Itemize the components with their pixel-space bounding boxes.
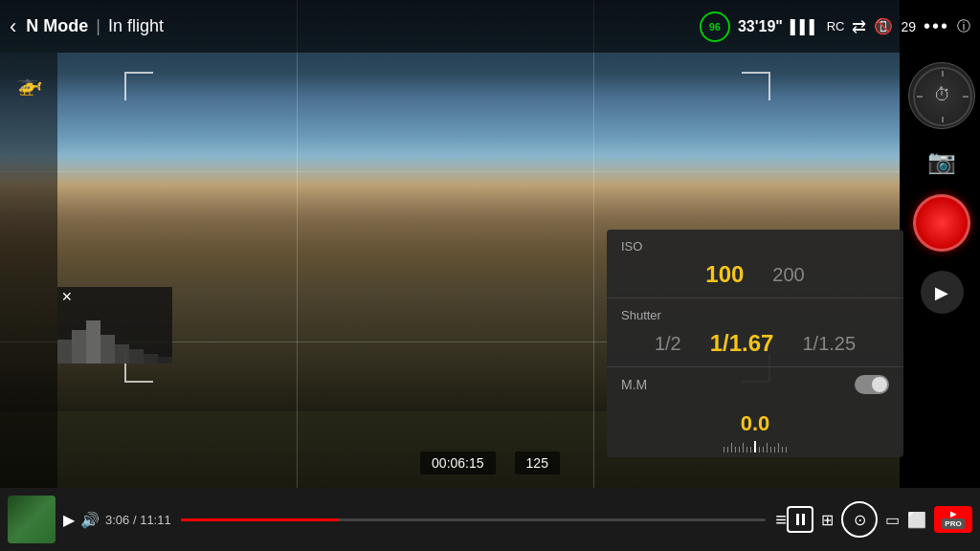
mm-toggle-dot <box>872 377 887 392</box>
right-panel: ⏱ 📷 ▶ <box>903 53 980 493</box>
video-thumbnail[interactable] <box>8 496 56 543</box>
exposure-scale[interactable] <box>621 441 889 452</box>
svg-text:⏱: ⏱ <box>934 85 951 104</box>
settings-panel: ISO 100 200 Shutter 1/2 1/1.67 1/1.25 M.… <box>607 230 903 457</box>
svg-rect-3 <box>100 335 115 364</box>
svg-rect-6 <box>144 354 158 364</box>
player-controls: ▶ 🔊 <box>63 511 100 529</box>
playback-controls: ≡ <box>775 509 787 531</box>
phone-icon[interactable]: 📵 <box>874 17 893 35</box>
camera-mode-icon[interactable]: 📷 <box>927 148 956 175</box>
swap-icon[interactable]: ⇄ <box>852 16 866 37</box>
fullscreen-icon[interactable]: ⬜ <box>907 511 926 529</box>
playback-time: 3:06 / 11:11 <box>105 513 171 527</box>
progress-bar-container[interactable] <box>181 518 767 521</box>
svg-rect-1 <box>72 330 86 364</box>
signal-strength-icon: ▌▌▌ <box>791 19 819 34</box>
iso-values: 100 200 <box>621 261 889 288</box>
camera-icon-inner: ⊙ <box>854 511 866 529</box>
play-pause-button[interactable]: ▶ <box>63 511 75 529</box>
info-icon[interactable]: ⓘ <box>957 18 970 35</box>
shutter-label: Shutter <box>621 308 889 322</box>
pro-badge: PRO <box>942 518 964 529</box>
top-bar: ‹ N Mode | In flight 96 33'19" ▌▌▌ RC ⇄ … <box>0 0 980 53</box>
mode-label: N Mode <box>26 16 88 36</box>
play-icon: ▶ <box>935 282 948 303</box>
mm-row: M.M <box>607 367 903 402</box>
histogram-graph <box>57 301 172 364</box>
flight-timer: 33'19" <box>738 18 783 35</box>
svg-rect-2 <box>86 320 100 364</box>
video-timestamp: 00:06:15 <box>420 452 496 474</box>
volume-button[interactable]: 🔊 <box>80 511 100 529</box>
crop-icon[interactable]: ▭ <box>885 511 900 529</box>
progress-bar-fill <box>181 518 339 521</box>
battery-indicator: 96 <box>700 11 730 42</box>
bottom-right-icons: ⊞ ⊙ ▭ ⬜ ▶ PRO <box>787 501 972 538</box>
exposure-section: 0.0 <box>607 402 903 457</box>
left-sidebar: 🚁 <box>0 53 57 551</box>
gallery-play-button[interactable]: ▶ <box>921 271 964 314</box>
separator: | <box>96 16 100 36</box>
iso-label: ISO <box>621 239 889 253</box>
camera-badge-icon[interactable]: ⊙ <box>841 501 878 538</box>
histogram-panel: ✕ <box>57 287 172 364</box>
iso-section: ISO 100 200 <box>607 230 903 298</box>
shutter-right-value[interactable]: 1/1.25 <box>802 333 856 355</box>
rc-label: RC <box>827 19 845 33</box>
youtube-logo[interactable]: ▶ PRO <box>934 506 972 533</box>
back-button[interactable]: ‹ <box>10 14 16 39</box>
flight-status-label: In flight <box>108 16 164 36</box>
exposure-dial[interactable]: ⏱ <box>908 62 975 129</box>
iso-other-value[interactable]: 200 <box>772 264 804 286</box>
shutter-left-value[interactable]: 1/2 <box>655 333 681 355</box>
corner-bracket-tl <box>124 72 153 100</box>
svg-rect-4 <box>115 344 129 364</box>
phone-number-badge: 29 <box>901 19 916 34</box>
shutter-active-value[interactable]: 1/1.67 <box>710 330 774 357</box>
svg-rect-5 <box>129 349 144 364</box>
more-options-button[interactable]: ••• <box>924 15 949 37</box>
shutter-section: Shutter 1/2 1/1.67 1/1.25 <box>607 298 903 367</box>
progress-bar-track[interactable] <box>181 518 767 521</box>
grid-icon[interactable]: ⊞ <box>821 511 834 529</box>
corner-bracket-tr <box>742 72 770 100</box>
top-bar-right: 96 33'19" ▌▌▌ RC ⇄ 📵 29 ••• ⓘ <box>700 11 970 42</box>
record-button[interactable] <box>913 194 970 252</box>
youtube-label: ▶ <box>950 511 956 518</box>
pause-button[interactable] <box>787 506 813 533</box>
exposure-value: 0.0 <box>621 411 889 436</box>
bottom-bar: ▶ 🔊 3:06 / 11:11 ≡ ⊞ ⊙ ▭ ⬜ ▶ PRO <box>0 488 980 551</box>
mm-label: M.M <box>621 377 647 392</box>
equalizer-icon[interactable]: ≡ <box>775 509 787 531</box>
drone-icon[interactable]: 🚁 <box>16 72 42 97</box>
frame-count: 125 <box>515 452 560 474</box>
svg-rect-0 <box>57 340 72 364</box>
svg-rect-7 <box>158 357 172 364</box>
dial-background: ⏱ <box>908 62 975 129</box>
mm-toggle[interactable] <box>855 375 889 394</box>
shutter-values: 1/2 1/1.67 1/1.25 <box>621 330 889 357</box>
iso-active-value[interactable]: 100 <box>705 261 744 288</box>
timestamp-overlay: 00:06:15 125 <box>420 452 560 474</box>
